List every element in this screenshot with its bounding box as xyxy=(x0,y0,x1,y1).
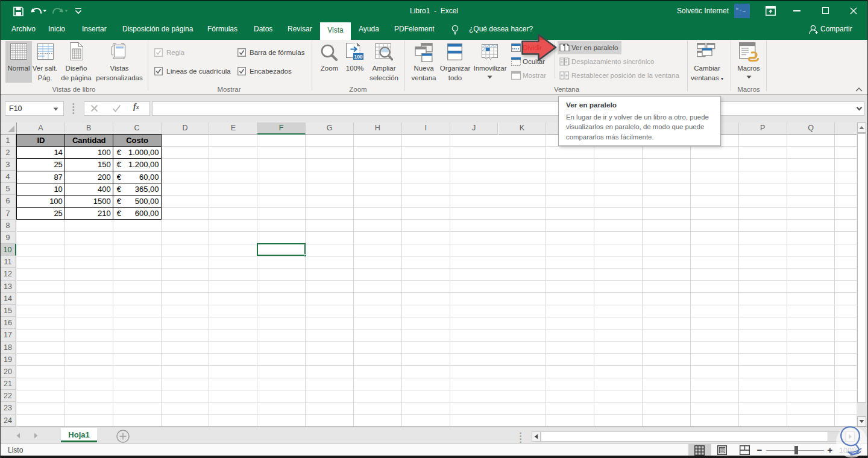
svg-text:100: 100 xyxy=(354,54,362,60)
